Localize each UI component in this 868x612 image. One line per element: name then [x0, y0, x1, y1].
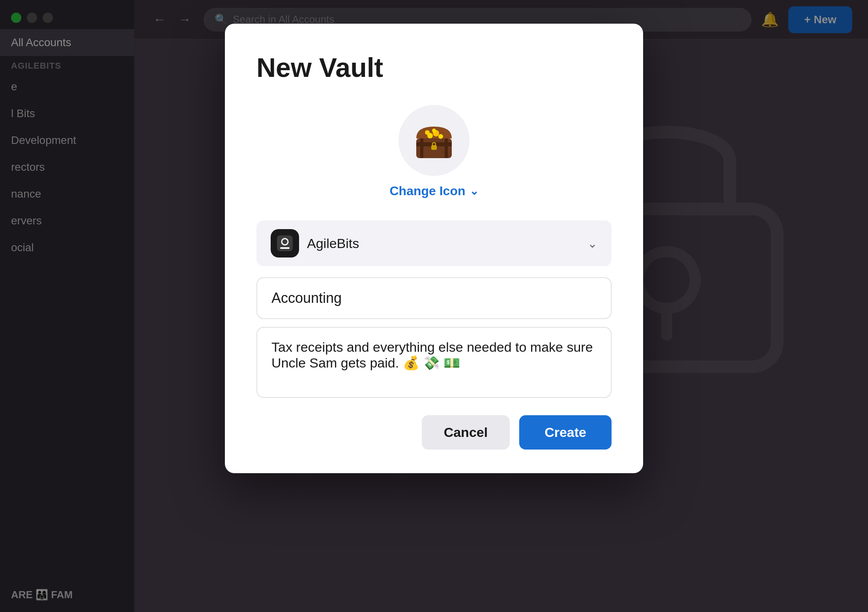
- modal-footer: SoftwareSuggest Cancel Create: [256, 415, 612, 450]
- svg-rect-5: [420, 138, 423, 158]
- change-icon-label: Change Icon: [389, 184, 465, 198]
- chevron-down-icon: ⌄: [470, 185, 479, 198]
- svg-point-9: [438, 134, 443, 139]
- watermark-text: SoftwareSuggest: [385, 460, 482, 473]
- organization-selector[interactable]: AgileBits ⌄: [256, 220, 612, 266]
- modal-title: New Vault: [256, 52, 612, 83]
- org-chevron-icon: ⌄: [587, 237, 597, 250]
- svg-rect-12: [431, 145, 437, 150]
- icon-section: Change Icon ⌄: [256, 105, 612, 198]
- create-button[interactable]: Create: [519, 415, 612, 450]
- vault-description-input[interactable]: [256, 327, 612, 398]
- vault-icon: [398, 105, 470, 176]
- svg-rect-6: [445, 138, 448, 158]
- svg-point-10: [425, 130, 430, 135]
- svg-point-11: [432, 129, 436, 132]
- org-name: AgileBits: [307, 236, 580, 251]
- modal-overlay: New Vault Change Icon ⌄: [0, 0, 868, 612]
- org-logo: [271, 229, 299, 257]
- new-vault-modal: New Vault Change Icon ⌄: [225, 24, 643, 473]
- cancel-button[interactable]: Cancel: [422, 415, 510, 450]
- svg-rect-15: [280, 247, 290, 249]
- change-icon-button[interactable]: Change Icon ⌄: [389, 184, 478, 198]
- vault-name-input[interactable]: [256, 277, 612, 319]
